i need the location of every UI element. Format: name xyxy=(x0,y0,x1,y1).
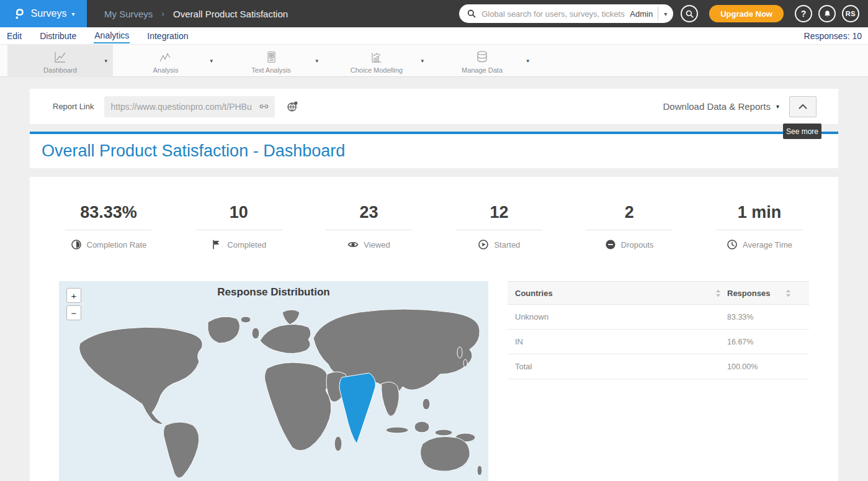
responses-value: 16.67% xyxy=(727,338,777,346)
country-name: IN xyxy=(515,337,709,346)
chevron-down-icon: ▾ xyxy=(71,11,74,17)
notifications-button[interactable] xyxy=(818,5,836,22)
toolbar-choice-modelling[interactable]: Choice Modelling ▾ xyxy=(324,45,429,77)
dashboard-chart-icon xyxy=(53,48,68,65)
sort-countries-icon[interactable] xyxy=(709,289,727,297)
toolbar-label: Choice Modelling xyxy=(351,66,403,74)
toolbar-label: Analysis xyxy=(153,66,179,74)
chevron-down-icon[interactable]: ▾ xyxy=(210,58,213,64)
chevron-down-icon: ▾ xyxy=(776,103,779,110)
map-title: Response Distribution xyxy=(59,286,488,299)
toolbar-label: Text Analysis xyxy=(251,66,291,74)
toolbar-manage-data[interactable]: Manage Data ▾ xyxy=(429,45,535,77)
report-link-bar: Report Link Download Data & Reports ▾ xyxy=(30,89,838,124)
globe-settings-icon[interactable] xyxy=(286,100,299,113)
stat-value: 2 xyxy=(564,203,694,222)
responses-value: 100.00% xyxy=(727,362,777,371)
divider xyxy=(195,230,282,230)
stat-viewed: 23 Viewed xyxy=(304,203,434,250)
stat-label: Started xyxy=(494,240,520,249)
play-icon xyxy=(478,239,489,250)
toolbar-analysis[interactable]: Analysis ▾ xyxy=(113,45,218,77)
global-search[interactable]: Admin ▾ xyxy=(459,4,673,23)
divider xyxy=(455,230,542,230)
search-scope-selector[interactable]: Admin xyxy=(630,9,653,19)
collapse-panel-button[interactable] xyxy=(789,96,817,117)
tab-integration[interactable]: Integration xyxy=(146,29,189,43)
toolbar-text-analysis[interactable]: Text Analysis ▾ xyxy=(218,45,324,77)
user-avatar[interactable]: RS xyxy=(842,5,859,22)
map-zoom-out-button[interactable]: − xyxy=(66,305,81,320)
link-icon[interactable] xyxy=(258,101,270,112)
stat-value: 83.33% xyxy=(43,203,174,222)
divider xyxy=(326,230,413,230)
download-data-reports-menu[interactable]: Download Data & Reports ▾ xyxy=(663,101,779,112)
stat-value: 10 xyxy=(174,203,304,222)
breadcrumb-separator-icon: › xyxy=(161,9,164,19)
topbar-actions: Admin ▾ Upgrade Now ? RS xyxy=(459,4,868,23)
report-link-label: Report Link xyxy=(53,102,94,111)
breadcrumb-my-surveys[interactable]: My Surveys xyxy=(104,9,153,19)
map-country-india xyxy=(339,373,375,444)
countries-table: Countries Responses Unknown 83.33% IN 16… xyxy=(508,281,809,481)
toolbar-dashboard[interactable]: Dashboard ▾ xyxy=(7,45,113,77)
tab-distribute[interactable]: Distribute xyxy=(39,29,77,43)
country-name: Total xyxy=(515,362,709,371)
surveys-product-menu[interactable]: Surveys ▾ xyxy=(0,0,87,27)
stat-completed: 10 Completed xyxy=(174,203,304,250)
analytics-toolbar: Dashboard ▾ Analysis ▾ Text Analysis ▾ C… xyxy=(0,45,868,77)
download-label: Download Data & Reports xyxy=(663,101,771,112)
map-zoom-in-button[interactable]: + xyxy=(66,288,81,303)
bell-icon xyxy=(823,9,832,19)
response-distribution-map[interactable]: Response Distribution + − xyxy=(59,281,488,481)
table-header: Countries Responses xyxy=(508,281,809,305)
country-name: Unknown xyxy=(515,312,709,321)
stat-label: Completion Rate xyxy=(87,240,147,249)
page-title: Overall Product Satisfaction - Dashboard xyxy=(42,142,345,161)
questionpro-logo-icon xyxy=(12,7,26,20)
tab-analytics[interactable]: Analytics xyxy=(94,29,130,43)
column-countries[interactable]: Countries xyxy=(515,289,709,298)
eye-icon xyxy=(347,239,359,250)
stat-value: 12 xyxy=(434,203,564,222)
help-button[interactable]: ? xyxy=(795,5,812,22)
divider xyxy=(586,230,673,230)
title-card: Overall Product Satisfaction - Dashboard xyxy=(30,132,838,168)
stat-completion-rate: 83.33% Completion Rate xyxy=(43,203,174,250)
chevron-down-icon[interactable]: ▾ xyxy=(421,58,424,64)
database-icon xyxy=(475,48,490,65)
breadcrumb: My Surveys › Overall Product Satisfactio… xyxy=(104,9,288,19)
divider xyxy=(716,230,803,230)
divider xyxy=(65,230,152,230)
toolbar-label: Dashboard xyxy=(43,66,77,74)
tab-edit[interactable]: Edit xyxy=(6,29,22,43)
see-more-tooltip: See more xyxy=(783,124,821,139)
responses-value: 83.33% xyxy=(727,313,777,321)
report-url-box[interactable] xyxy=(104,96,275,117)
search-icon xyxy=(467,9,477,19)
table-row: Total 100.00% xyxy=(508,354,809,379)
search-button[interactable] xyxy=(681,5,698,22)
stat-dropouts: 2 Dropouts xyxy=(564,203,694,250)
column-responses[interactable]: Responses xyxy=(727,289,777,298)
stat-label: Dropouts xyxy=(621,240,654,249)
stat-label: Viewed xyxy=(364,240,390,249)
stat-value: 23 xyxy=(304,203,434,222)
chevron-down-icon[interactable]: ▾ xyxy=(104,58,107,64)
search-input[interactable] xyxy=(481,9,626,19)
survey-nav: Edit Distribute Analytics Integration Re… xyxy=(0,27,868,45)
stat-average-time: 1 min Average Time xyxy=(694,203,825,250)
table-row: IN 16.67% xyxy=(508,330,809,354)
responses-count: Responses: 10 xyxy=(804,31,862,41)
analysis-chart-icon xyxy=(158,48,173,65)
world-map[interactable] xyxy=(59,281,488,481)
report-url-input[interactable] xyxy=(110,102,258,112)
chevron-down-icon[interactable]: ▾ xyxy=(664,11,667,17)
upgrade-now-button[interactable]: Upgrade Now xyxy=(709,5,784,22)
stat-label: Completed xyxy=(227,240,266,249)
sort-responses-icon[interactable] xyxy=(777,289,804,297)
chevron-down-icon[interactable]: ▾ xyxy=(315,58,318,64)
chevron-down-icon[interactable]: ▾ xyxy=(526,58,529,64)
table-row: Unknown 83.33% xyxy=(508,305,809,330)
stats-row: 83.33% Completion Rate 10 Completed 23 xyxy=(30,177,838,250)
